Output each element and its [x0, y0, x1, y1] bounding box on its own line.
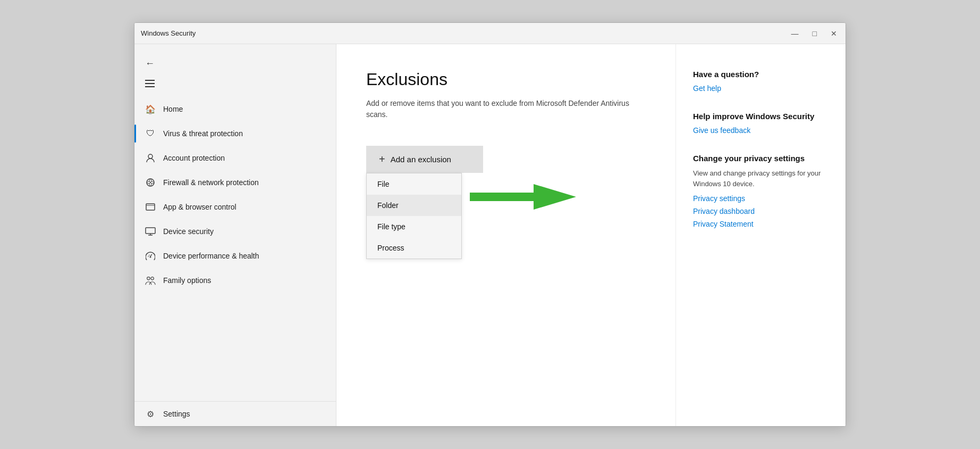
privacy-title: Change your privacy settings: [693, 154, 829, 163]
svg-point-7: [150, 256, 151, 258]
back-button[interactable]: ←: [134, 53, 336, 74]
back-icon: ←: [145, 58, 155, 69]
account-icon: [145, 153, 156, 163]
privacy-dashboard-link[interactable]: Privacy dashboard: [693, 207, 829, 215]
dropdown-item-file[interactable]: File: [367, 173, 461, 195]
privacy-statement-link[interactable]: Privacy Statement: [693, 220, 829, 228]
exclusion-dropdown: File Folder File type Process: [366, 173, 462, 259]
shield-icon: 🛡: [145, 128, 156, 139]
svg-point-9: [147, 277, 150, 280]
window-title: Windows Security: [141, 29, 789, 37]
sidebar-item-firewall[interactable]: Firewall & network protection: [134, 170, 336, 195]
improve-section: Help improve Windows Security Give us fe…: [693, 112, 829, 135]
sidebar-item-account[interactable]: Account protection: [134, 146, 336, 170]
sidebar-item-device-perf[interactable]: Device performance & health: [134, 244, 336, 268]
green-arrow-container: [470, 182, 576, 212]
main-area: ← 🏠 Home 🛡 Virus & threat protection: [134, 44, 846, 426]
device-perf-icon: [145, 251, 156, 261]
right-panel: Have a question? Get help Help improve W…: [675, 44, 846, 426]
sidebar-item-account-label: Account protection: [163, 154, 225, 162]
hamburger-button[interactable]: [134, 74, 336, 93]
add-exclusion-label: Add an exclusion: [391, 155, 451, 164]
maximize-button[interactable]: □: [810, 29, 819, 38]
green-arrow-icon: [470, 182, 576, 212]
firewall-icon: [145, 177, 156, 188]
sidebar-item-app-browser-label: App & browser control: [163, 203, 236, 211]
main-content: Exclusions Add or remove items that you …: [336, 44, 675, 426]
sidebar-bottom: ⚙ Settings: [134, 401, 336, 426]
privacy-settings-link[interactable]: Privacy settings: [693, 194, 829, 203]
sidebar-item-virus-label: Virus & threat protection: [163, 129, 243, 138]
settings-icon: ⚙: [145, 409, 156, 419]
privacy-section: Change your privacy settings View and ch…: [693, 154, 829, 228]
improve-title: Help improve Windows Security: [693, 112, 829, 121]
sidebar-item-settings[interactable]: ⚙ Settings: [134, 402, 336, 426]
page-description: Add or remove items that you want to exc…: [366, 98, 632, 120]
sidebar: ← 🏠 Home 🛡 Virus & threat protection: [134, 44, 336, 426]
sidebar-item-firewall-label: Firewall & network protection: [163, 178, 259, 187]
sidebar-item-home[interactable]: 🏠 Home: [134, 97, 336, 121]
feedback-link[interactable]: Give us feedback: [693, 126, 829, 135]
page-title: Exclusions: [366, 70, 646, 89]
svg-rect-4: [146, 228, 155, 234]
privacy-description: View and change privacy settings for you…: [693, 168, 829, 189]
sidebar-item-device-security[interactable]: Device security: [134, 219, 336, 244]
family-icon: [145, 275, 156, 286]
get-help-link[interactable]: Get help: [693, 84, 829, 93]
windows-security-window: Windows Security — □ ✕ ← 🏠: [134, 22, 846, 427]
question-title: Have a question?: [693, 70, 829, 79]
title-bar: Windows Security — □ ✕: [134, 23, 846, 44]
sidebar-item-app-browser[interactable]: App & browser control: [134, 195, 336, 219]
sidebar-item-settings-label: Settings: [163, 410, 190, 418]
sidebar-item-device-perf-label: Device performance & health: [163, 252, 259, 260]
home-icon: 🏠: [145, 104, 156, 114]
minimize-button[interactable]: —: [789, 29, 801, 38]
plus-icon: +: [379, 153, 385, 165]
device-security-icon: [145, 226, 156, 237]
app-browser-icon: [145, 202, 156, 212]
dropdown-item-folder[interactable]: Folder: [367, 195, 461, 216]
sidebar-item-home-label: Home: [163, 105, 183, 113]
sidebar-top: ← 🏠 Home 🛡 Virus & threat protection: [134, 48, 336, 293]
question-section: Have a question? Get help: [693, 70, 829, 93]
sidebar-item-device-security-label: Device security: [163, 227, 214, 236]
svg-line-8: [150, 254, 152, 256]
dropdown-item-process[interactable]: Process: [367, 237, 461, 259]
add-exclusion-button[interactable]: + Add an exclusion: [366, 146, 483, 173]
content-area: Exclusions Add or remove items that you …: [336, 44, 846, 426]
sidebar-item-family[interactable]: Family options: [134, 268, 336, 293]
svg-point-10: [151, 277, 154, 280]
svg-marker-11: [470, 184, 576, 210]
window-controls: — □ ✕: [789, 29, 839, 38]
svg-point-0: [148, 154, 153, 159]
close-button[interactable]: ✕: [829, 29, 839, 38]
hamburger-icon: [145, 80, 155, 87]
dropdown-item-file-type[interactable]: File type: [367, 216, 461, 237]
sidebar-item-family-label: Family options: [163, 276, 211, 285]
sidebar-item-virus[interactable]: 🛡 Virus & threat protection: [134, 121, 336, 146]
svg-rect-2: [146, 204, 155, 210]
add-exclusion-area: + Add an exclusion File Folder File type…: [366, 146, 483, 173]
